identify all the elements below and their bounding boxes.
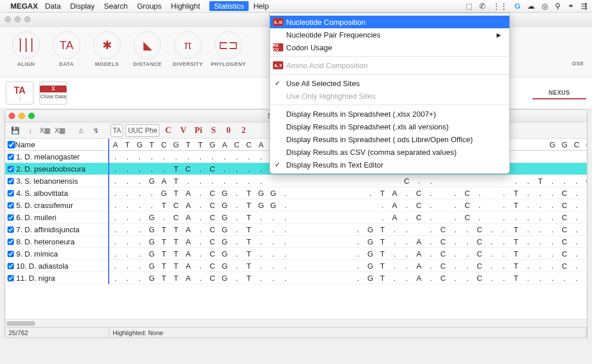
seq-cell[interactable]: C xyxy=(243,140,255,149)
taxon-checkbox[interactable] xyxy=(8,275,14,281)
logitech-icon[interactable]: G xyxy=(515,2,520,10)
seq-cell[interactable]: C xyxy=(413,189,425,198)
seq-cell[interactable]: . xyxy=(134,165,146,173)
seq-cell[interactable]: . xyxy=(158,213,170,222)
menu-item[interactable]: Display Results in Spreadsheet (.xlsx 20… xyxy=(270,107,509,120)
seq-cell[interactable]: . xyxy=(109,165,121,173)
seq-cell[interactable]: . xyxy=(388,250,401,258)
seq-cell[interactable]: . xyxy=(243,153,255,161)
seq-toolbar-btn[interactable]: ↓ xyxy=(24,124,36,137)
seq-cell[interactable]: T xyxy=(194,140,206,149)
seq-cell[interactable]: . xyxy=(571,262,583,270)
seq-cell[interactable]: . xyxy=(121,262,134,270)
seq-cell[interactable]: G xyxy=(558,140,571,149)
seq-cell[interactable]: C xyxy=(182,165,194,173)
seq-cell[interactable]: . xyxy=(425,237,437,246)
seq-cell[interactable]: C xyxy=(413,201,425,210)
seq-cell[interactable]: . xyxy=(583,274,587,283)
seq-cell[interactable]: . xyxy=(134,153,146,161)
seq-cell[interactable]: A xyxy=(388,189,401,198)
seq-cell[interactable]: T xyxy=(510,262,522,270)
seq-cell[interactable]: T xyxy=(376,237,388,246)
seq-cell[interactable]: C xyxy=(571,140,583,149)
menu-item[interactable]: Nucleotide Pair Frequencies▶ xyxy=(270,28,509,41)
seq-cell[interactable]: . xyxy=(231,225,243,234)
seq-cell[interactable]: T xyxy=(170,250,182,258)
taxon-checkbox[interactable] xyxy=(8,263,14,269)
seq-cell[interactable]: C xyxy=(170,213,182,222)
seq-cell[interactable]: . xyxy=(231,201,243,210)
seq-cell[interactable]: . xyxy=(546,274,558,283)
seq-cell[interactable]: . xyxy=(449,225,461,234)
taxon-row[interactable]: 2. D. pseudoobscura xyxy=(5,163,108,175)
seq-cell[interactable]: . xyxy=(498,189,510,198)
seq-cell[interactable]: C xyxy=(206,262,219,270)
seq-cell[interactable]: T xyxy=(534,177,546,185)
seq-cell[interactable]: . xyxy=(352,274,364,283)
seq-cell[interactable]: C xyxy=(206,201,219,210)
menu-highlight[interactable]: Highlight xyxy=(171,2,201,10)
seq-cell[interactable]: . xyxy=(134,237,146,246)
seq-cell[interactable]: . xyxy=(498,250,510,258)
seq-cell[interactable]: G xyxy=(255,201,267,210)
seq-cell[interactable]: C xyxy=(583,140,587,149)
search-icon[interactable]: ⚲ xyxy=(555,2,561,10)
seq-cell[interactable]: . xyxy=(109,153,121,161)
seq-cell[interactable]: . xyxy=(425,250,437,258)
seq-cell[interactable]: . xyxy=(534,201,546,210)
seq-cell[interactable]: . xyxy=(583,225,587,234)
seq-cell[interactable]: . xyxy=(231,213,243,222)
taxon-row[interactable]: 1. D. melanogaster xyxy=(5,151,108,163)
seq-cell[interactable]: . xyxy=(473,201,486,210)
seq-cell[interactable]: . xyxy=(231,165,243,173)
seq-cell[interactable]: . xyxy=(146,165,158,173)
taxon-row[interactable]: 3. S. lebanonensis xyxy=(5,175,108,187)
seq-cell[interactable]: A xyxy=(388,201,401,210)
taxon-checkbox[interactable] xyxy=(8,226,14,233)
seq-cell[interactable]: . xyxy=(486,274,498,283)
seq-cell[interactable]: C xyxy=(206,213,219,222)
seq-cell[interactable]: G xyxy=(267,189,279,198)
seq-cell[interactable]: T xyxy=(510,225,522,234)
seq-cell[interactable]: . xyxy=(571,177,583,185)
seq-cell[interactable]: T xyxy=(158,225,170,234)
seq-cell[interactable]: C xyxy=(206,237,219,246)
seq-cell[interactable]: T xyxy=(243,262,255,270)
seq-toolbar-btn[interactable]: TA xyxy=(110,124,123,137)
seq-cell[interactable]: . xyxy=(425,225,437,234)
seq-cell[interactable]: G xyxy=(219,274,231,283)
close-data-button[interactable]: X Close Data xyxy=(39,81,67,105)
tool-phylogeny[interactable]: ⊏⊐PHYLOGENY xyxy=(208,31,249,67)
menu-data[interactable]: Data xyxy=(45,2,61,10)
seq-cell[interactable]: . xyxy=(255,153,267,161)
seq-cell[interactable]: . xyxy=(486,237,498,246)
seq-toolbar-btn[interactable]: X▦ xyxy=(39,124,51,137)
seq-toolbar-btn[interactable]: S xyxy=(207,124,220,137)
menu-item[interactable]: Display Results in Spreadsheet (.xls all… xyxy=(270,120,509,133)
seq-cell[interactable]: . xyxy=(206,153,219,161)
seq-cell[interactable]: . xyxy=(571,274,583,283)
nexus-tab[interactable]: NEXUS xyxy=(532,87,586,99)
seq-cell[interactable]: . xyxy=(121,177,134,185)
seq-cell[interactable]: . xyxy=(255,225,267,234)
seq-cell[interactable]: . xyxy=(219,153,231,161)
seq-cell[interactable]: A xyxy=(219,140,231,149)
seq-cell[interactable]: . xyxy=(194,177,206,185)
menu-item[interactable]: RS CUCodon Usage xyxy=(270,41,509,54)
seq-cell[interactable]: . xyxy=(425,177,437,185)
seq-cell[interactable]: G xyxy=(146,262,158,270)
seq-cell[interactable]: . xyxy=(498,237,510,246)
seq-cell[interactable]: A xyxy=(182,213,194,222)
seq-cell[interactable]: T xyxy=(170,189,182,198)
seq-cell[interactable]: T xyxy=(510,189,522,198)
cloud-icon[interactable]: ☁ xyxy=(527,2,535,10)
seq-cell[interactable]: . xyxy=(231,250,243,258)
seq-cell[interactable]: . xyxy=(461,274,473,283)
seq-cell[interactable]: . xyxy=(255,213,267,222)
seq-cell[interactable]: . xyxy=(279,237,291,246)
taxon-row[interactable]: 8. D. heteroneura xyxy=(5,236,108,248)
seq-cell[interactable]: . xyxy=(571,237,583,246)
seq-cell[interactable]: . xyxy=(534,274,546,283)
seq-cell[interactable]: . xyxy=(376,213,388,222)
seq-cell[interactable]: . xyxy=(243,177,255,185)
